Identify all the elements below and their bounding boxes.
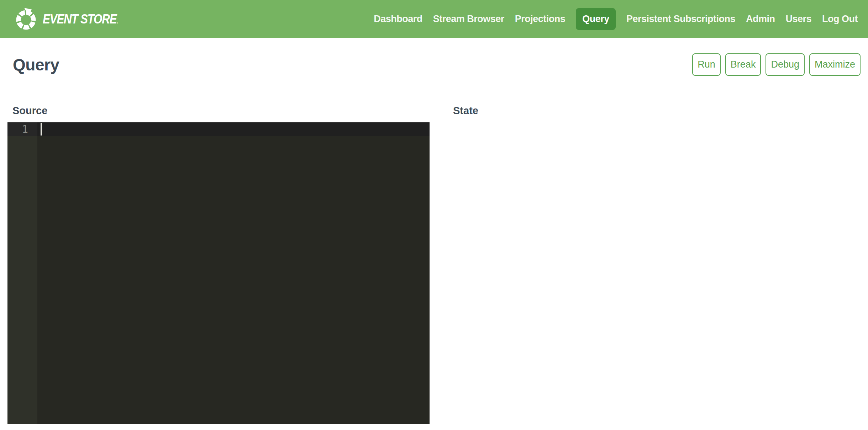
nav-item-stream-browser[interactable]: Stream Browser <box>433 8 504 30</box>
page-content: Query Run Break Debug Maximize Source 1 <box>0 53 868 424</box>
break-button[interactable]: Break <box>725 53 761 76</box>
nav-menu: Dashboard Stream Browser Projections Que… <box>374 8 858 30</box>
state-panel-label: State <box>453 105 861 116</box>
nav-item-log-out[interactable]: Log Out <box>822 8 858 30</box>
page-title: Query <box>13 55 59 74</box>
debug-button[interactable]: Debug <box>766 53 805 76</box>
nav-item-users[interactable]: Users <box>785 8 811 30</box>
editor-gutter: 1 <box>7 122 37 424</box>
source-panel: Source 1 <box>7 105 430 424</box>
editor-line-number: 1 <box>7 122 37 136</box>
state-panel: State <box>448 105 861 424</box>
nav-item-projections[interactable]: Projections <box>515 8 565 30</box>
nav-item-admin[interactable]: Admin <box>746 8 775 30</box>
maximize-button[interactable]: Maximize <box>809 53 861 76</box>
run-button[interactable]: Run <box>692 53 721 76</box>
brand-wordmark: EVENT STORE. <box>43 12 117 27</box>
nav-item-dashboard[interactable]: Dashboard <box>374 8 422 30</box>
editor-code-area[interactable] <box>37 122 430 424</box>
event-store-logo-icon <box>14 7 38 31</box>
editor-text-cursor <box>41 123 42 136</box>
state-panel-content <box>448 116 861 259</box>
editor-active-line[interactable] <box>37 122 430 136</box>
brand-trademark-dot: . <box>116 18 117 25</box>
query-source-editor[interactable]: 1 <box>7 122 430 424</box>
query-toolbar: Run Break Debug Maximize <box>692 53 861 76</box>
panels-row: Source 1 State <box>7 105 861 424</box>
page-header: Query Run Break Debug Maximize <box>7 53 861 76</box>
top-navbar: EVENT STORE. Dashboard Stream Browser Pr… <box>0 0 868 38</box>
nav-item-query[interactable]: Query <box>576 8 616 30</box>
nav-item-persistent-subscriptions[interactable]: Persistent Subscriptions <box>626 8 735 30</box>
brand[interactable]: EVENT STORE. <box>14 7 131 31</box>
source-panel-label: Source <box>12 105 430 116</box>
